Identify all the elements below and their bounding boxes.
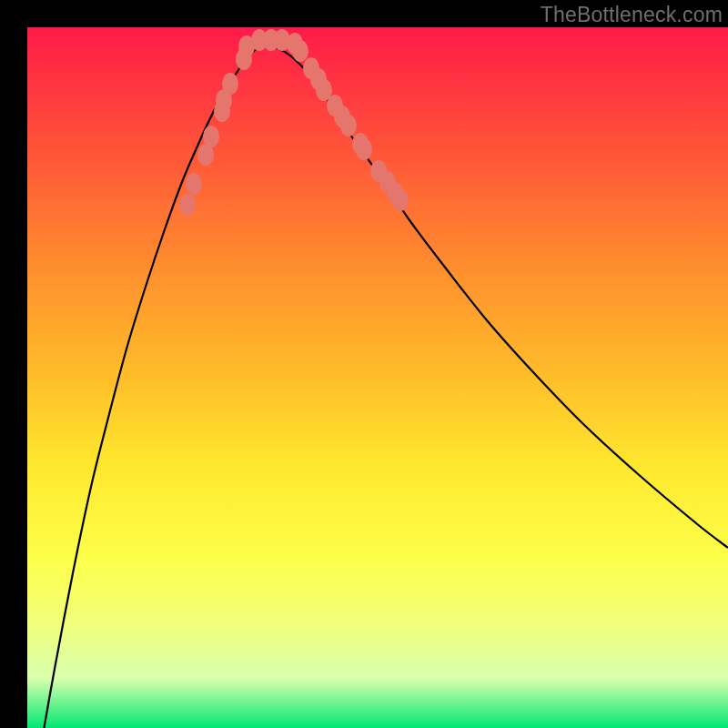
chart-canvas	[27, 27, 728, 728]
marker-point	[222, 73, 238, 95]
marker-point	[356, 138, 372, 160]
marker-point	[392, 189, 409, 211]
marker-point	[179, 194, 196, 216]
gradient-background	[27, 27, 728, 728]
marker-point	[292, 40, 308, 62]
watermark-text: TheBottleneck.com	[541, 3, 723, 27]
plot-area	[27, 27, 728, 728]
marker-point	[203, 126, 219, 147]
marker-point	[340, 115, 357, 136]
marker-point	[186, 173, 202, 195]
